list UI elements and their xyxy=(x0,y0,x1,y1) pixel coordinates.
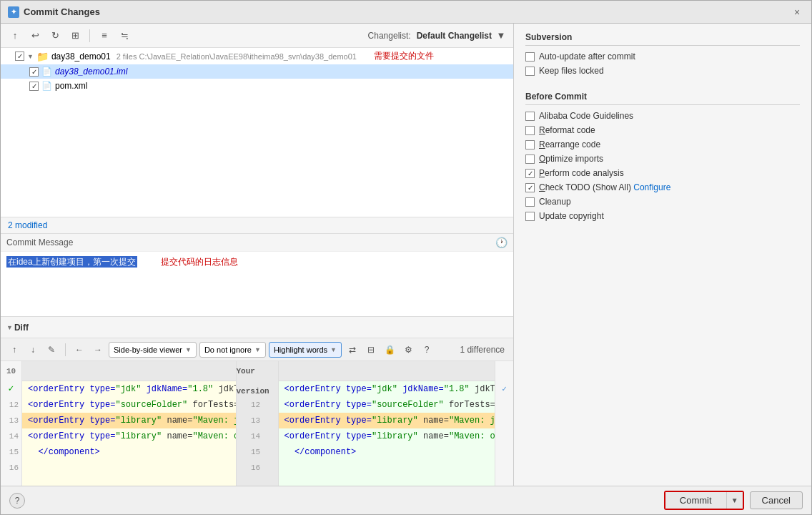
auto-update-row: Auto-update after commit xyxy=(525,52,800,62)
commit-dialog: ✦ Commit Changes × ↑ ↩ ↻ ⊞ ≡ ≒ Changelis… xyxy=(0,0,812,515)
check-todo-row: Check TODO (Show All) Configure xyxy=(525,182,800,192)
diff-section: ▼ Diff ↑ ↓ ✎ ← → Side-by-side viewer ▼ xyxy=(1,317,513,486)
file-tree: ▼ 📁 day38_demo01 2 files C:\JavaEE_Relat… xyxy=(1,48,513,217)
diff-lock-button[interactable]: 🔒 xyxy=(382,342,397,358)
mid-num-15: 15 xyxy=(251,444,263,460)
diff-left-line-12: <orderEntry type="jdk" jdkName="1.8" jdk… xyxy=(22,381,236,397)
line-num-13-left: 13 xyxy=(1,413,21,428)
line-num-14-left: 14 xyxy=(1,428,21,444)
commit-message-area[interactable]: 在idea上新创建项目，第一次提交 提交代码的日志信息 xyxy=(1,252,513,316)
separator xyxy=(89,29,90,42)
diff-prev-button[interactable]: ← xyxy=(71,342,87,358)
before-commit-section: Before Commit Alibaba Code Guidelines Re… xyxy=(525,92,800,225)
keep-locked-label: Keep files locked xyxy=(539,66,604,76)
rearrange-checkbox[interactable] xyxy=(525,140,535,149)
ignore-dropdown-label: Do not ignore xyxy=(204,345,252,354)
alibaba-row: Alibaba Code Guidelines xyxy=(525,111,800,121)
rearrange-row: Rearrange code xyxy=(525,139,800,149)
reformat-checkbox[interactable] xyxy=(525,126,535,135)
root-annotation: 需要提交的文件 xyxy=(374,50,434,62)
diff-gutter-right: ✓ xyxy=(495,361,513,486)
keep-locked-checkbox[interactable] xyxy=(525,67,535,76)
optimize-label: Optimize imports xyxy=(539,154,603,164)
mid-num-13: 13 xyxy=(251,413,263,428)
keep-locked-row: Keep files locked xyxy=(525,66,800,76)
your-version-header: Your version xyxy=(237,361,278,381)
viewer-dropdown-label: Side-by-side viewer xyxy=(114,345,182,354)
align-left-button[interactable]: ≡ xyxy=(96,27,113,44)
root-label: day38_demo01 xyxy=(51,52,111,62)
diff-next-button[interactable]: → xyxy=(90,342,106,358)
dialog-title: Commit Changes xyxy=(24,6,100,17)
diff-count: 1 difference xyxy=(460,345,505,355)
code-analysis-checkbox[interactable] xyxy=(525,169,535,178)
diff-side-button[interactable]: ⊟ xyxy=(363,342,379,358)
alibaba-checkbox[interactable] xyxy=(525,112,535,121)
check-todo-label: Check TODO (Show All) Configure xyxy=(539,182,670,192)
commit-button[interactable]: Commit xyxy=(665,492,726,509)
diff-down-button[interactable]: ↓ xyxy=(25,342,41,358)
diff-help-button[interactable]: ? xyxy=(419,342,435,358)
align-right-button[interactable]: ≒ xyxy=(116,27,133,44)
code-analysis-row: Perform code analysis xyxy=(525,168,800,178)
pom-checkbox[interactable] xyxy=(29,82,39,91)
diff-up-button[interactable]: ↑ xyxy=(6,342,22,358)
tree-root-item[interactable]: ▼ 📁 day38_demo01 2 files C:\JavaEE_Relat… xyxy=(1,48,513,64)
group-button[interactable]: ⊞ xyxy=(66,27,84,44)
line-num-header-left: 10 xyxy=(1,361,21,381)
refresh-button[interactable]: ↻ xyxy=(46,27,64,44)
cleanup-checkbox[interactable] xyxy=(525,197,535,207)
auto-update-checkbox[interactable] xyxy=(525,52,535,62)
title-bar-left: ✦ Commit Changes xyxy=(8,6,100,18)
highlight-dropdown[interactable]: Highlight words ▼ xyxy=(269,342,342,358)
viewer-dropdown[interactable]: Side-by-side viewer ▼ xyxy=(109,342,197,358)
diff-gutter-middle: Your version 12 13 14 15 16 xyxy=(236,361,279,486)
viewer-dropdown-arrow: ▼ xyxy=(185,346,192,353)
commit-btn-container: Commit ▼ xyxy=(664,491,744,510)
diff-left-panel: <orderEntry type="jdk" jdkName="1.8" jdk… xyxy=(22,361,236,486)
commit-dropdown-button[interactable]: ▼ xyxy=(726,492,743,509)
tree-item-iml[interactable]: 📄 day38_demo01.iml xyxy=(1,64,513,79)
optimize-row: Optimize imports xyxy=(525,154,800,164)
update-copyright-checkbox[interactable] xyxy=(525,212,535,221)
diff-header: ▼ Diff xyxy=(1,317,513,338)
iml-checkbox[interactable] xyxy=(29,67,39,77)
diff-sync-button[interactable]: ⇄ xyxy=(345,342,360,358)
rearrange-label: Rearrange code xyxy=(539,139,600,149)
commit-message-annotation: 提交代码的日志信息 xyxy=(161,257,238,267)
ignore-dropdown[interactable]: Do not ignore ▼ xyxy=(199,342,266,358)
pom-icon: 📄 xyxy=(41,81,52,91)
before-commit-title: Before Commit xyxy=(525,92,800,105)
diff-edit-button[interactable]: ✎ xyxy=(44,342,59,358)
root-meta: 2 files C:\JavaEE_Relation\JavaEE98\ithe… xyxy=(117,52,357,61)
mid-num-12: 12 xyxy=(251,397,263,413)
pom-label: pom.xml xyxy=(55,81,87,91)
move-up-button[interactable]: ↑ xyxy=(6,27,24,44)
commit-message-title: Commit Message xyxy=(6,237,73,247)
undo-button[interactable]: ↩ xyxy=(26,27,44,44)
configure-link[interactable]: Configure xyxy=(633,182,670,192)
diff-left-line-14: <orderEntry type="library" name="Maven: … xyxy=(22,413,236,428)
root-checkbox[interactable] xyxy=(15,52,24,61)
file-toolbar: ↑ ↩ ↻ ⊞ ≡ ≒ Changelist: Default Changeli… xyxy=(1,24,513,48)
clock-icon[interactable]: 🕐 xyxy=(495,237,508,248)
cancel-button[interactable]: Cancel xyxy=(750,491,803,509)
line-num-15-left: 15 xyxy=(1,444,21,460)
changelist-dropdown[interactable]: ▼ xyxy=(495,29,508,42)
modified-label: 2 modified xyxy=(1,217,513,234)
check-todo-checkbox[interactable] xyxy=(525,183,535,192)
check-mark-right: ✓ xyxy=(495,381,513,397)
subversion-section: Subversion Auto-update after commit Keep… xyxy=(525,32,800,80)
update-copyright-row: Update copyright xyxy=(525,211,800,221)
diff-toolbar: ↑ ↓ ✎ ← → Side-by-side viewer ▼ Do not i… xyxy=(1,338,513,361)
commit-message-selected-text: 在idea上新创建项目，第一次提交 xyxy=(6,256,137,268)
cleanup-row: Cleanup xyxy=(525,197,800,207)
line-num-12-left: 12 xyxy=(1,397,21,413)
optimize-checkbox[interactable] xyxy=(525,154,535,164)
help-button[interactable]: ? xyxy=(9,493,25,509)
close-button[interactable]: × xyxy=(790,5,804,19)
reformat-row: Reformat code xyxy=(525,125,800,135)
tree-item-pom[interactable]: 📄 pom.xml xyxy=(1,79,513,93)
mid-num-14: 14 xyxy=(251,428,263,444)
diff-settings-button[interactable]: ⚙ xyxy=(400,342,416,358)
